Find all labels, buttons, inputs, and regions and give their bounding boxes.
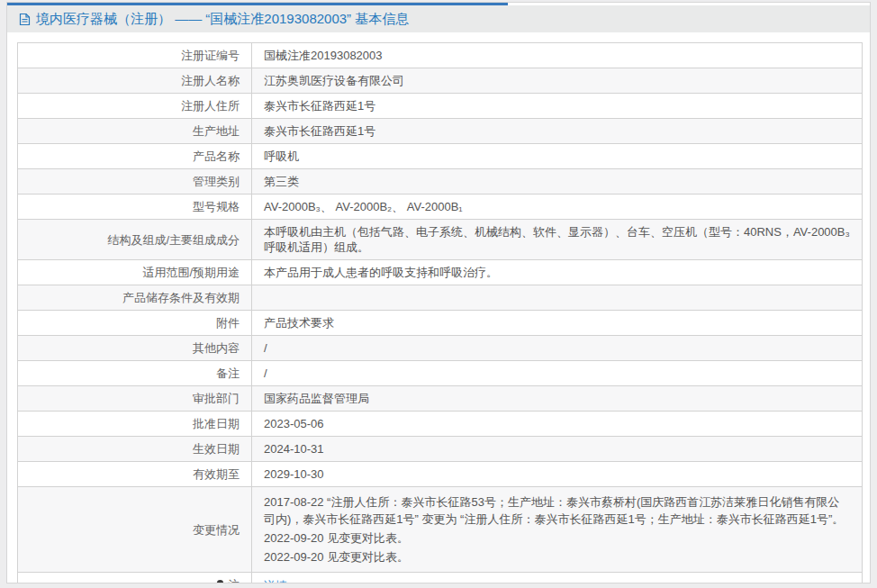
row-label-text: 备注 [216,366,240,380]
row-value: 2029-10-30 [252,462,863,487]
row-value: 2023-05-06 [252,412,863,437]
row-value: 泰兴市长征路西延1号 [252,119,863,144]
row-label-text: 生产地址 [193,124,240,138]
row-value: 呼吸机 [252,144,863,169]
row-label: 产品名称 [18,144,252,169]
content-panel: 境内医疗器械（注册） —— “国械注准20193082003” 基本信息 注册证… [6,2,871,583]
row-label-text: 注册人名称 [181,74,240,87]
table-row: 其他内容/ [18,336,863,361]
row-label: 备注 [18,361,252,386]
row-label: 审批部门 [18,386,252,412]
table-row: 适用范围/预期用途本产品用于成人患者的呼吸支持和呼吸治疗。 [18,260,863,285]
info-table: 注册证编号国械注准20193082003注册人名称江苏奥凯医疗设备有限公司注册人… [17,42,863,583]
row-label-text: 生效日期 [193,442,240,456]
row-label-text: 型号规格 [193,200,240,213]
row-value: 2024-10-31 [252,437,863,462]
row-label: 其他内容 [18,336,252,361]
row-label-text: 产品储存条件及有效期 [122,291,240,304]
row-value: 产品技术要求 [252,311,863,336]
row-label-text: 附件 [216,316,240,330]
row-label: 注册证编号 [18,43,252,68]
table-row: 注详情 [18,573,863,584]
row-label-text: 审批部门 [193,392,240,405]
table-row: 注册人住所泰兴市长征路西延1号 [18,94,863,119]
row-value: / [252,361,863,386]
table-row: 有效期至2029-10-30 [18,462,863,487]
row-label-text: 结构及组成/主要组成成分 [107,233,240,247]
row-label: 有效期至 [18,462,252,487]
row-value: 国械注准20193082003 [252,43,863,68]
row-label: 批准日期 [18,412,252,437]
row-label-text: 有效期至 [193,467,240,481]
row-label: 注册人名称 [18,68,252,94]
row-label: 注 [18,573,252,584]
value-line: 2022-09-20 见变更对比表。 [264,529,850,547]
table-row: 产品储存条件及有效期 [18,285,863,311]
row-label: 注册人住所 [18,94,252,119]
row-label: 生产地址 [18,119,252,144]
row-value: AV-2000B₃、 AV-2000B₂、 AV-2000B₁ [252,194,863,220]
row-value: 泰兴市长征路西延1号 [252,94,863,119]
row-label-text: 注册人住所 [181,99,240,113]
row-label-text: 产品名称 [193,149,240,163]
table-row: 备注/ [18,361,863,386]
table-row: 产品名称呼吸机 [18,144,863,169]
row-label: 管理类别 [18,169,252,194]
bulb-icon [215,579,225,583]
row-label: 结构及组成/主要组成成分 [18,220,252,260]
row-label: 附件 [18,311,252,336]
row-label-text: 注册证编号 [181,49,240,62]
row-value: 本呼吸机由主机（包括气路、电子系统、机械结构、软件、显示器）、台车、空压机（型号… [252,220,863,260]
table-row: 生效日期2024-10-31 [18,437,863,462]
page-header: 境内医疗器械（注册） —— “国械注准20193082003” 基本信息 [7,5,870,32]
table-row: 批准日期2023-05-06 [18,412,863,437]
table-row: 管理类别第三类 [18,169,863,194]
value-line: 2022-09-20 见变更对比表。 [264,548,850,565]
row-value: 国家药品监督管理局 [252,386,863,412]
table-row: 变更情况2017-08-22 “注册人住所：泰兴市长征路53号；生产地址：泰兴市… [18,487,863,573]
table-row: 型号规格AV-2000B₃、 AV-2000B₂、 AV-2000B₁ [18,194,863,220]
row-label-text: 适用范围/预期用途 [142,266,240,279]
row-label-text: 注 [228,578,240,583]
row-value: 本产品用于成人患者的呼吸支持和呼吸治疗。 [252,260,863,285]
row-label-text: 管理类别 [193,175,240,188]
value-line: 2017-08-22 “注册人住所：泰兴市长征路53号；生产地址：泰兴市蔡桥村(… [264,493,850,528]
row-label-text: 变更情况 [193,523,240,537]
table-row: 生产地址泰兴市长征路西延1号 [18,119,863,144]
document-icon [19,13,31,26]
row-value: 2017-08-22 “注册人住所：泰兴市长征路53号；生产地址：泰兴市蔡桥村(… [252,487,863,573]
row-label: 生效日期 [18,437,252,462]
row-label: 变更情况 [18,487,252,573]
row-label-text: 其他内容 [193,341,240,355]
table-row: 审批部门国家药品监督管理局 [18,386,863,412]
table-row: 结构及组成/主要组成成分本呼吸机由主机（包括气路、电子系统、机械结构、软件、显示… [18,220,863,260]
table-row: 注册证编号国械注准20193082003 [18,43,863,68]
row-label-text: 批准日期 [193,417,240,430]
row-value: 详情 [252,573,863,584]
row-label: 产品储存条件及有效期 [18,285,252,311]
detail-link[interactable]: 详情 [264,579,287,583]
row-value: 第三类 [252,169,863,194]
row-label: 适用范围/预期用途 [18,260,252,285]
row-value: / [252,336,863,361]
page-title: 境内医疗器械（注册） —— “国械注准20193082003” 基本信息 [36,11,409,28]
row-value [252,285,863,311]
table-row: 附件产品技术要求 [18,311,863,336]
row-label: 型号规格 [18,194,252,220]
table-row: 注册人名称江苏奥凯医疗设备有限公司 [18,68,863,94]
row-value: 江苏奥凯医疗设备有限公司 [252,68,863,94]
